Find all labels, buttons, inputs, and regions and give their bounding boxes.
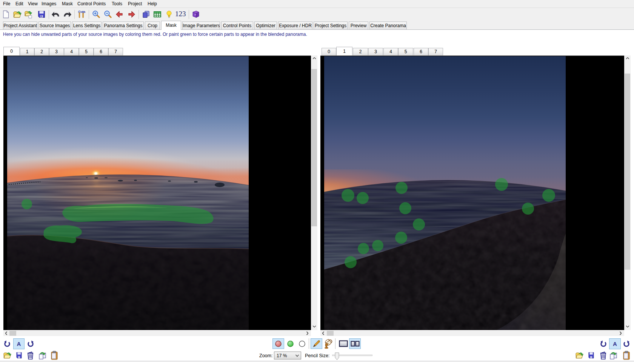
svg-text:?: ?: [194, 13, 196, 17]
